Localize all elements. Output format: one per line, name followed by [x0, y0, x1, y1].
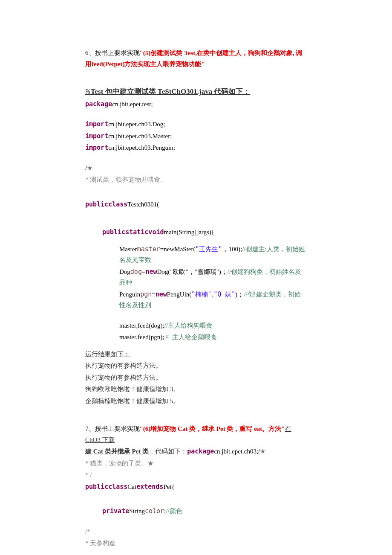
section7-heading-line2: 建 Cat 类并继承 Pet 类，代码如下：packagecn.jbit.epe…	[85, 446, 307, 457]
ctor: Dog("欧欧"，"雪娜瑞")；	[157, 268, 228, 275]
keyword-publicclass: publicclass	[85, 200, 127, 208]
code-line-import: importcn.jbit.epet.ch03.Penguin;	[85, 142, 307, 154]
comment-line: * 测试类，领养宠物并喂食。	[85, 174, 307, 186]
star-icon: ★	[147, 460, 154, 467]
code-line-class: publicclassCatextendsPet{	[85, 482, 307, 493]
keyword-extends: extends	[136, 483, 163, 491]
text: 7、按书上要求实现	[85, 425, 140, 432]
import-value: cn.jbit.epet.ch03.Dog;	[108, 121, 165, 128]
code-line-class: publicclassTestch0301(	[85, 199, 307, 210]
var-dog: dog	[130, 268, 142, 276]
t: * 猫类，宠物的子类。	[85, 460, 147, 467]
keyword-import: import	[85, 132, 108, 140]
comment: //颜色	[166, 508, 182, 514]
code-line-feed-dog: master,feed(dog);//主人给狗狗喂食	[85, 320, 307, 331]
type: Dog	[119, 268, 130, 275]
keyword-new: new	[145, 268, 157, 276]
rest: ，100);	[222, 246, 242, 253]
keyword-private: private	[102, 507, 129, 515]
var-pgn: pgn	[140, 291, 152, 298]
type: Master	[119, 246, 137, 253]
keyword-psvm: publicstaticvoid	[102, 228, 164, 236]
code-line-feed-pgn: master.feed(pgn);〃 主人给企鹅喂食	[85, 332, 307, 343]
text: 6、按书上要求实现	[85, 49, 140, 56]
main-signature: main(String[]args){	[164, 229, 215, 235]
section6-intro: 6、按书上要求实现"(5)创建测试类 Test,在类中创建主人，狗狗和企鹅对象,…	[85, 48, 307, 70]
result-line: 狗狗欧欧吃饱啦！健康值增加 3。	[85, 384, 307, 395]
keyword-import: import	[85, 120, 108, 128]
comment-line: /*	[85, 526, 307, 538]
package-value: cn.jbit.epet.ch03;	[214, 448, 258, 455]
keyword-new: new	[156, 291, 167, 298]
class-name: Testch0301(	[127, 201, 159, 208]
var-color: color	[145, 507, 164, 515]
code-line-import: importcn.jbit.epet.ch03.Master;	[85, 131, 307, 142]
import-value: cn.jbit.epet.ch03.Penguin;	[108, 144, 175, 151]
result-line: 企鹅楠楠吃饱啦！健康值增加 5。	[85, 396, 307, 407]
code-line-import: importcn.jbit.epet.ch03.Dog;	[85, 119, 307, 130]
section6-heading: ⅞Test 包中建立测试类 TeStChO301.java 代码如下：	[85, 86, 307, 98]
class-name: Cat	[127, 483, 136, 490]
keyword-package: package	[85, 100, 112, 108]
var-master: master	[137, 245, 160, 253]
comment-line: * 猫类，宠物的子类。★	[85, 458, 307, 469]
string-literal: "楠楠'	[191, 291, 212, 298]
comment-start: /★	[85, 163, 307, 174]
type: String	[129, 508, 145, 514]
star-icon: ★	[260, 448, 265, 455]
package-value: cn.jbit.epet.test;	[112, 101, 153, 108]
comment-line: * /	[85, 470, 307, 481]
code-line-main: publicstaticvoidmain(String[]args){	[85, 227, 307, 238]
string-literal: "王先生"	[195, 245, 222, 253]
comment: 〃 主人给企鹅喂食	[164, 334, 217, 340]
result-line: 执行宠物的有参构造方法。	[85, 360, 307, 372]
eq-new: =new	[160, 246, 174, 253]
requirement-title: "(6)增加宠物 Cat 类，继承 Pet 类，重写 eat。方法"	[140, 425, 285, 432]
call: master,feed(dog);	[119, 322, 164, 329]
ctor: MaSter(	[174, 246, 195, 253]
result-heading: 运行结果如下：	[85, 349, 307, 360]
code-line-dog: Dogdog=newDog("欧欧"，"雪娜瑞")；//创建狗狗类，初始姓名及品…	[85, 267, 307, 288]
code-line-pgn: Penguinpgn=newPengUin("楠楠',"Q 妹")；//创!建企…	[85, 289, 307, 311]
ctor: PengUin(	[167, 291, 192, 298]
code-line-field: privateStringcolor;//颜色	[85, 506, 307, 517]
comment: //主人给狗狗喂食	[164, 322, 213, 329]
keyword-publicclass: publicclass	[85, 483, 127, 491]
keyword-package: package	[187, 447, 214, 455]
superclass: Pet{	[163, 483, 174, 490]
t: 建 Cat 类并继承 Pet 类	[85, 448, 149, 455]
star-icon: ★	[87, 165, 92, 171]
string-literal: "Q 妹"	[213, 291, 235, 298]
type: Penguin	[119, 291, 140, 298]
section7-intro: 7、按书上要求实现"(6)增加宠物 Cat 类，继承 Pet 类，重写 eat。…	[85, 424, 307, 445]
close: )；	[235, 291, 244, 298]
code-line-master: Mastermaster=newMaSter("王先生"，100);//创建主:…	[85, 244, 307, 266]
code-line-package: packagecn.jbit.epet.test;	[85, 99, 307, 110]
call: master.feed(pgn);	[119, 334, 164, 340]
plain: ，代码如下：	[149, 448, 187, 455]
eq: =	[152, 291, 155, 298]
keyword-import: import	[85, 144, 108, 151]
result-line: 执行宠物的有参构造方法。	[85, 372, 307, 384]
heading-part: 建 Cat 类并继承 Pet 类	[85, 448, 149, 455]
import-value: cn.jbit.epet.ch03.Master;	[108, 133, 172, 139]
comment-line: * 无参构造	[85, 538, 307, 549]
